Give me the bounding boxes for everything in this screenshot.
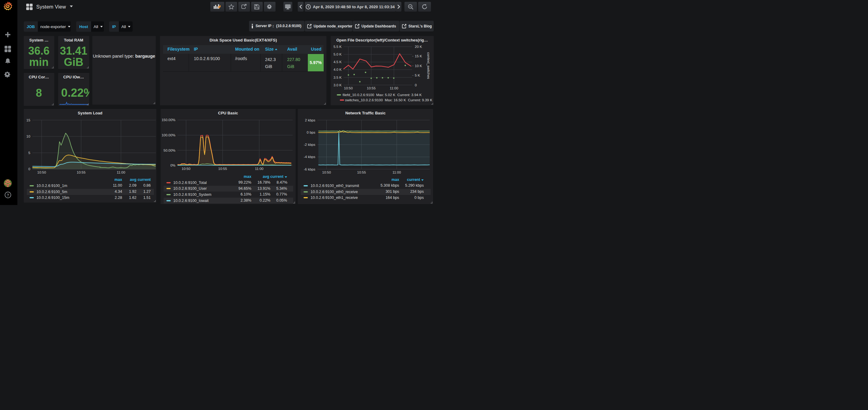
svg-text:15 K: 15 K <box>415 54 422 58</box>
svg-text:3.0 K: 3.0 K <box>334 83 342 87</box>
svg-text:-6 kbps: -6 kbps <box>304 168 315 171</box>
svg-text:10:50: 10:50 <box>344 86 353 90</box>
svg-text:100.00%: 100.00% <box>161 133 175 137</box>
svg-text:11:00: 11:00 <box>255 167 263 171</box>
svg-text:11:00: 11:00 <box>393 171 401 174</box>
svg-text:20 K: 20 K <box>415 45 422 49</box>
svg-text:10:50: 10:50 <box>37 171 46 174</box>
svg-text:10:55: 10:55 <box>218 167 227 171</box>
svg-text:15: 15 <box>26 118 30 122</box>
svg-text:11:00: 11:00 <box>117 171 125 174</box>
svg-text:0: 0 <box>415 83 416 87</box>
svg-text:5: 5 <box>28 151 30 155</box>
svg-text:0 bps: 0 bps <box>307 130 315 134</box>
svg-text:4.5 K: 4.5 K <box>334 60 342 64</box>
svg-text:10:55: 10:55 <box>77 171 86 174</box>
svg-text:5 K: 5 K <box>415 74 420 77</box>
svg-text:50.00%: 50.00% <box>163 149 175 152</box>
svg-text:?: ? <box>7 193 9 197</box>
svg-text:10:55: 10:55 <box>357 171 366 174</box>
svg-text:11:00: 11:00 <box>390 86 398 90</box>
svg-text:150.00%: 150.00% <box>161 118 175 122</box>
svg-text:0%: 0% <box>170 164 175 167</box>
svg-text:5.0 K: 5.0 K <box>334 53 342 56</box>
svg-text:10:55: 10:55 <box>367 86 376 90</box>
svg-text:10 K: 10 K <box>415 64 422 68</box>
svg-text:5.5 K: 5.5 K <box>334 45 342 49</box>
svg-text:2 kbps: 2 kbps <box>305 118 315 122</box>
svg-text:10: 10 <box>26 135 30 138</box>
svg-text:10:50: 10:50 <box>182 167 190 171</box>
svg-text:10:50: 10:50 <box>322 171 331 174</box>
svg-text:context_switches: context_switches <box>427 52 430 79</box>
svg-text:-4 kbps: -4 kbps <box>304 155 315 158</box>
svg-text:0: 0 <box>28 167 30 171</box>
svg-text:4.0 K: 4.0 K <box>334 68 342 71</box>
svg-text:switches_10.0.2.6:9100 Max: 1: switches_10.0.2.6:9100 Max: 16.50 K Curr… <box>345 98 432 102</box>
svg-text:-2 kbps: -2 kbps <box>304 143 315 146</box>
svg-text:filefd_10.0.2.6:9100 Max: 5.0: filefd_10.0.2.6:9100 Max: 5.02 K Current… <box>343 93 422 97</box>
svg-text:3.5 K: 3.5 K <box>334 76 342 79</box>
